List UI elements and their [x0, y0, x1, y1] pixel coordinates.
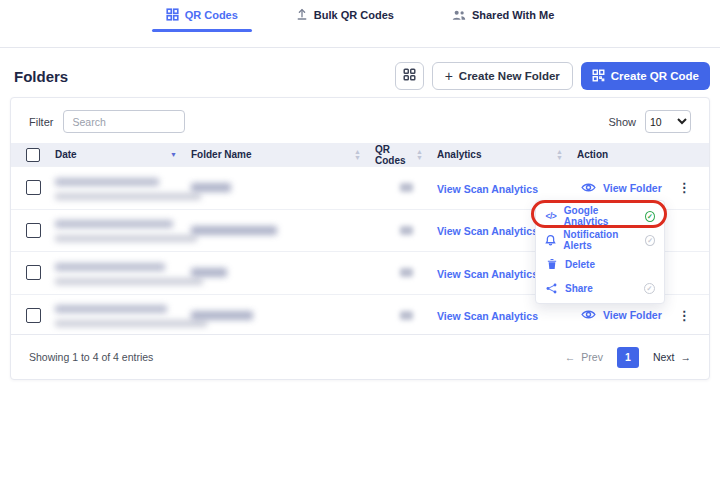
disabled-check-icon: ✓ — [644, 283, 655, 294]
sort-icon: ▲▼ — [416, 149, 423, 161]
page-size-select[interactable]: 10 — [645, 110, 691, 133]
grid-view-button[interactable] — [395, 62, 424, 90]
eye-icon — [581, 306, 596, 324]
arrow-right-icon: → — [681, 351, 692, 363]
arrow-left-icon: ← — [565, 351, 576, 363]
menu-item-notification-alerts[interactable]: Notification Alerts ✓ — [536, 228, 664, 252]
qr-count-cell-redacted — [375, 183, 437, 192]
column-header-date[interactable]: Date ▼ — [55, 149, 191, 160]
page-number-button[interactable]: 1 — [617, 347, 639, 368]
search-input[interactable] — [63, 110, 185, 133]
qr-count-cell-redacted — [375, 268, 437, 277]
select-all-checkbox[interactable] — [26, 148, 40, 162]
create-new-folder-button[interactable]: + Create New Folder — [432, 62, 573, 90]
code-icon: </> — [545, 211, 557, 221]
entries-summary: Showing 1 to 4 of 4 entries — [29, 351, 153, 363]
menu-item-share[interactable]: Share ✓ — [536, 276, 664, 300]
create-qr-code-button[interactable]: Create QR Code — [581, 62, 710, 90]
menu-item-google-analytics[interactable]: </> Google Analytics ✓ — [536, 204, 664, 228]
table-footer: Showing 1 to 4 of 4 entries ← Prev 1 Nex… — [11, 334, 709, 379]
view-folder-link[interactable]: View Folder — [603, 182, 662, 194]
filter-label: Filter — [29, 116, 53, 128]
plus-icon: + — [445, 68, 453, 84]
grid-icon — [403, 67, 416, 85]
show-label: Show — [608, 116, 636, 128]
folder-name-cell-redacted — [191, 226, 375, 235]
pagination: ← Prev 1 Next → — [565, 347, 691, 368]
header-actions: + Create New Folder Create QR Code — [395, 62, 710, 90]
prev-page-button[interactable]: ← Prev — [565, 351, 603, 363]
sort-icon: ▲▼ — [556, 149, 563, 161]
qr-count-cell-redacted — [375, 311, 437, 320]
tab-label: Shared With Me — [472, 9, 554, 21]
date-cell-redacted — [55, 176, 191, 200]
page-header: Folders + Create New Folder Create — [14, 60, 710, 92]
date-cell-redacted — [55, 218, 191, 242]
filter-row: Filter Show 10 — [11, 98, 709, 143]
sort-icon: ▲▼ — [354, 149, 361, 161]
row-checkbox[interactable] — [26, 223, 41, 238]
create-new-folder-label: Create New Folder — [459, 70, 560, 82]
tab-shared-with-me[interactable]: Shared With Me — [438, 3, 568, 31]
upload-icon — [296, 8, 308, 21]
row-checkbox[interactable] — [26, 308, 41, 323]
tab-qr-codes[interactable]: QR Codes — [152, 2, 252, 31]
view-scan-analytics-link[interactable]: View Scan Analytics — [437, 310, 538, 322]
folder-name-cell-redacted — [191, 183, 375, 192]
page-title: Folders — [14, 68, 68, 85]
folder-name-cell-redacted — [191, 268, 375, 277]
column-header-folder-name[interactable]: Folder Name ▲▼ — [191, 149, 375, 161]
users-icon — [452, 9, 466, 21]
date-cell-redacted — [55, 261, 191, 285]
folder-name-cell-redacted — [191, 311, 375, 320]
next-page-button[interactable]: Next → — [653, 351, 691, 363]
row-action-dropdown-menu: </> Google Analytics ✓ Notification Aler… — [535, 200, 665, 304]
column-header-qr-codes[interactable]: QR Codes ▲▼ — [375, 144, 437, 166]
view-folder-link[interactable]: View Folder — [603, 309, 662, 321]
column-header-analytics[interactable]: Analytics ▲▼ — [437, 149, 577, 161]
top-tab-bar: QR Codes Bulk QR Codes Shared With Me — [0, 0, 720, 31]
view-scan-analytics-link[interactable]: View Scan Analytics — [437, 183, 538, 195]
share-icon — [545, 283, 558, 294]
row-checkbox[interactable] — [26, 265, 41, 280]
qr-code-icon — [592, 69, 605, 84]
tab-bulk-qr-codes[interactable]: Bulk QR Codes — [282, 2, 408, 31]
enabled-check-icon: ✓ — [645, 211, 655, 222]
tab-label: Bulk QR Codes — [314, 9, 394, 21]
eye-icon — [581, 179, 596, 197]
column-header-action: Action — [577, 149, 709, 160]
tab-label: QR Codes — [185, 9, 238, 21]
create-qr-code-label: Create QR Code — [611, 70, 699, 82]
table-header-row: Date ▼ Folder Name ▲▼ QR Codes ▲▼ Analyt… — [11, 143, 709, 166]
sort-desc-icon: ▼ — [170, 151, 177, 158]
bell-icon — [545, 234, 556, 246]
qr-count-cell-redacted — [375, 226, 437, 235]
date-cell-redacted — [55, 303, 191, 327]
header-divider — [0, 47, 720, 48]
trash-icon — [545, 258, 558, 270]
disabled-check-icon: ✓ — [645, 235, 655, 246]
view-scan-analytics-link[interactable]: View Scan Analytics — [437, 268, 538, 280]
view-scan-analytics-link[interactable]: View Scan Analytics — [437, 225, 538, 237]
row-menu-dots-icon[interactable]: ⋮ — [675, 309, 694, 322]
row-checkbox[interactable] — [26, 180, 41, 195]
row-menu-dots-icon[interactable]: ⋮ — [675, 181, 694, 194]
qr-grid-icon — [166, 8, 179, 21]
menu-item-delete[interactable]: Delete — [536, 252, 664, 276]
